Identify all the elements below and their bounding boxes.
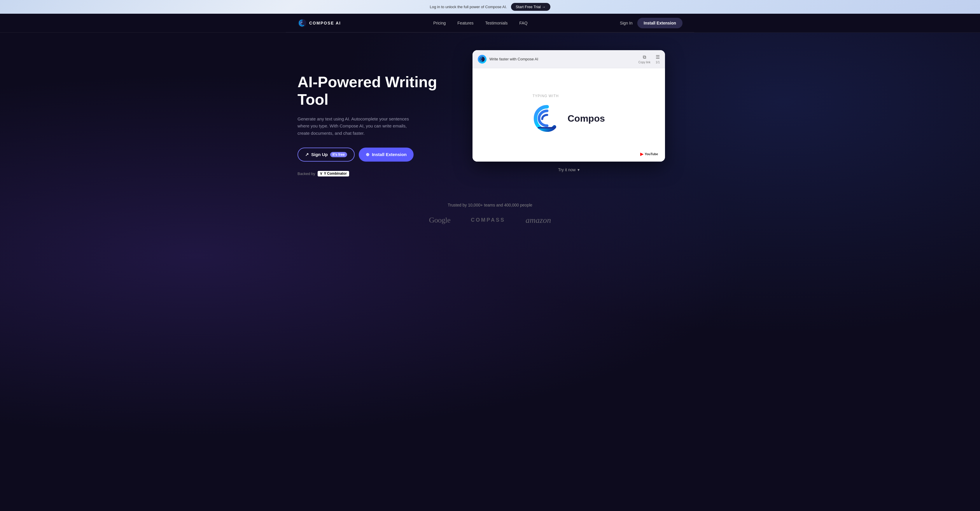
announcement-text: Log in to unlock the full power of Compo… xyxy=(430,5,507,9)
demo-logo-icon xyxy=(478,55,487,64)
typing-area: Compos xyxy=(533,104,605,133)
copy-link-action[interactable]: ⧉ Copy link xyxy=(638,54,651,64)
hero-title: AI-Powered Writing Tool xyxy=(298,73,438,108)
hero-subtitle: Generate any text using AI. Autocomplete… xyxy=(298,116,420,137)
backed-by: Backed by Y Y Combinator xyxy=(298,171,438,177)
sign-in-button[interactable]: Sign In xyxy=(620,21,633,25)
try-it-label: Try it now xyxy=(558,167,576,172)
youtube-play-icon: ▶ xyxy=(640,152,643,156)
hero-buttons: ↗ Sign Up It's free ⊕ Install Extension xyxy=(298,148,438,162)
navbar: COMPOSE AI Pricing Features Testimonials… xyxy=(286,14,694,32)
nav-links: Pricing Features Testimonials FAQ xyxy=(433,21,528,25)
trusted-section: Trusted by 10,000+ teams and 400,000 peo… xyxy=(286,188,694,237)
hero-right: Write faster with Compose AI ⧉ Copy link… xyxy=(455,50,682,172)
yc-badge: Y Y Combinator xyxy=(318,171,349,177)
announcement-cta-button[interactable]: Start Free Trial → xyxy=(511,3,550,11)
brand-logos: Google COMPASS amazon xyxy=(298,215,682,225)
install-label: Install Extension xyxy=(372,152,407,157)
demo-card-header: Write faster with Compose AI ⧉ Copy link… xyxy=(473,50,665,68)
demo-card: Write faster with Compose AI ⧉ Copy link… xyxy=(473,50,665,162)
nav-testimonials[interactable]: Testimonials xyxy=(485,21,508,25)
amazon-logo: amazon xyxy=(526,215,551,225)
compass-logo: COMPASS xyxy=(471,217,505,223)
pagination-label: 1/1 xyxy=(655,60,660,64)
copy-link-icon: ⧉ xyxy=(643,54,646,60)
copy-link-label: Copy link xyxy=(638,60,651,64)
nav-actions: Sign In Install Extension xyxy=(620,18,682,28)
compose-logo-big xyxy=(533,104,562,133)
install-extension-button[interactable]: Install Extension xyxy=(637,18,682,28)
menu-icon: ☰ xyxy=(655,54,660,60)
nav-features[interactable]: Features xyxy=(457,21,473,25)
typing-demo: TYPING WITH xyxy=(533,94,605,133)
demo-card-wrapper: Write faster with Compose AI ⧉ Copy link… xyxy=(473,50,665,162)
hero-left: AI-Powered Writing Tool Generate any tex… xyxy=(298,50,438,177)
demo-header-left: Write faster with Compose AI xyxy=(478,55,538,64)
compose-ai-logo-icon xyxy=(298,18,307,28)
demo-header-title: Write faster with Compose AI xyxy=(489,57,538,61)
nav-pricing[interactable]: Pricing xyxy=(433,21,446,25)
typing-label: TYPING WITH xyxy=(533,94,559,98)
yc-text: Y Combinator xyxy=(324,172,347,175)
announcement-bar: Log in to unlock the full power of Compo… xyxy=(0,0,980,14)
try-it-now[interactable]: Try it now ▾ xyxy=(558,167,579,172)
youtube-label: YouTube xyxy=(645,152,658,156)
youtube-overlay: ▶ YouTube xyxy=(637,151,661,158)
typing-text: Compos xyxy=(568,113,605,124)
logo-link[interactable]: COMPOSE AI xyxy=(298,18,341,28)
yc-logo: Y xyxy=(320,172,323,176)
install-icon: ⊕ xyxy=(366,152,369,157)
hero-section: AI-Powered Writing Tool Generate any tex… xyxy=(286,33,694,188)
pagination-action[interactable]: ☰ 1/1 xyxy=(655,54,660,64)
logo-text: COMPOSE AI xyxy=(309,21,341,25)
demo-header-actions: ⧉ Copy link ☰ 1/1 xyxy=(638,54,660,64)
signup-free-badge: It's free xyxy=(330,152,347,157)
nav-faq[interactable]: FAQ xyxy=(519,21,528,25)
demo-content: TYPING WITH xyxy=(473,68,665,162)
backed-by-label: Backed by xyxy=(298,172,315,176)
try-it-chevron-icon: ▾ xyxy=(578,167,579,172)
navbar-outer: COMPOSE AI Pricing Features Testimonials… xyxy=(0,14,980,33)
signup-button[interactable]: ↗ Sign Up It's free xyxy=(298,148,355,162)
signup-icon: ↗ xyxy=(305,152,309,157)
google-logo: Google xyxy=(429,215,450,224)
install-extension-hero-button[interactable]: ⊕ Install Extension xyxy=(359,148,414,162)
trusted-text: Trusted by 10,000+ teams and 400,000 peo… xyxy=(298,203,682,207)
signup-label: Sign Up xyxy=(311,152,328,157)
